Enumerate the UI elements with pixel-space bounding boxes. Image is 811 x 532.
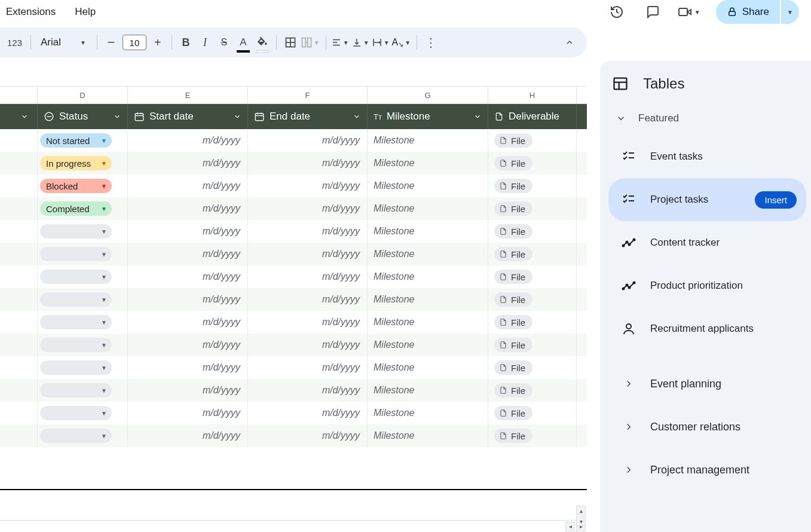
- cell-date[interactable]: m/d/yyyy: [128, 129, 248, 152]
- collapse-toolbar-button[interactable]: [561, 33, 579, 51]
- menu-extensions[interactable]: Extensions: [5, 4, 57, 20]
- comments-icon[interactable]: [642, 1, 663, 23]
- cell-deliverable[interactable]: File: [488, 311, 577, 334]
- file-chip[interactable]: File: [494, 201, 532, 216]
- category-item[interactable]: Project management: [608, 448, 806, 491]
- font-size-decrease[interactable]: −: [102, 33, 120, 51]
- cell-deliverable[interactable]: File: [488, 334, 577, 356]
- cell-date[interactable]: m/d/yyyy: [248, 129, 368, 152]
- field-header-end-date[interactable]: End date: [248, 104, 368, 129]
- status-chip[interactable]: .▼: [40, 429, 112, 443]
- category-item[interactable]: Customer relations: [608, 405, 806, 448]
- cell-date[interactable]: m/d/yyyy: [128, 265, 248, 288]
- cell-status[interactable]: .▼: [38, 402, 128, 424]
- cell-milestone[interactable]: Milestone: [368, 129, 488, 152]
- history-icon[interactable]: [606, 1, 628, 23]
- cell-status[interactable]: .▼: [38, 379, 128, 402]
- text-color-button[interactable]: A: [234, 33, 252, 51]
- cell-date[interactable]: m/d/yyyy: [128, 356, 248, 379]
- cell-date[interactable]: m/d/yyyy: [128, 243, 248, 265]
- row-stub[interactable]: [0, 311, 38, 334]
- cell-milestone[interactable]: Milestone: [368, 152, 488, 175]
- horizontal-align-button[interactable]: ▼: [331, 37, 350, 48]
- cell-milestone[interactable]: Milestone: [368, 356, 488, 379]
- cell-milestone[interactable]: Milestone: [368, 175, 488, 197]
- cell-milestone[interactable]: Milestone: [368, 243, 488, 265]
- insert-button[interactable]: Insert: [755, 191, 797, 209]
- status-chip[interactable]: .▼: [40, 292, 112, 307]
- status-chip[interactable]: .▼: [40, 383, 112, 398]
- row-stub[interactable]: [0, 220, 38, 243]
- cell-milestone[interactable]: Milestone: [368, 288, 488, 311]
- cell-date[interactable]: m/d/yyyy: [128, 402, 248, 424]
- font-size-increase[interactable]: +: [149, 33, 167, 51]
- row-stub[interactable]: [0, 265, 38, 288]
- cell-date[interactable]: m/d/yyyy: [248, 402, 368, 424]
- cell-milestone[interactable]: Milestone: [368, 334, 488, 356]
- cell-date[interactable]: m/d/yyyy: [248, 175, 368, 197]
- borders-button[interactable]: [281, 33, 299, 51]
- cell-status[interactable]: Blocked▼: [38, 175, 128, 197]
- status-chip[interactable]: .▼: [40, 360, 112, 375]
- cell-deliverable[interactable]: File: [488, 152, 577, 175]
- menu-help[interactable]: Help: [74, 4, 97, 20]
- template-item[interactable]: Event tasks: [608, 135, 806, 178]
- row-stub[interactable]: [0, 379, 38, 402]
- cell-date[interactable]: m/d/yyyy: [248, 152, 368, 175]
- cell-date[interactable]: m/d/yyyy: [128, 288, 248, 311]
- italic-button[interactable]: I: [196, 33, 214, 51]
- status-chip[interactable]: .▼: [40, 224, 112, 239]
- cell-status[interactable]: .▼: [38, 220, 128, 243]
- cell-date[interactable]: m/d/yyyy: [248, 265, 368, 288]
- text-wrap-button[interactable]: ▼: [372, 37, 391, 48]
- vertical-scrollbar[interactable]: ▴ ▾: [576, 506, 587, 526]
- file-chip[interactable]: File: [494, 270, 532, 284]
- spreadsheet[interactable]: D E F G H Status Start date: [0, 61, 587, 532]
- cell-deliverable[interactable]: File: [488, 402, 577, 424]
- file-chip[interactable]: File: [494, 224, 532, 239]
- template-item[interactable]: Product prioritization: [608, 264, 806, 307]
- field-header-stub[interactable]: [0, 104, 38, 129]
- col-letter[interactable]: H: [488, 87, 577, 103]
- cell-date[interactable]: m/d/yyyy: [128, 152, 248, 175]
- cell-date[interactable]: m/d/yyyy: [248, 311, 368, 334]
- file-chip[interactable]: File: [494, 338, 532, 352]
- cell-milestone[interactable]: Milestone: [368, 311, 488, 334]
- text-rotation-button[interactable]: A↘ ▼: [392, 37, 412, 48]
- file-chip[interactable]: File: [494, 156, 532, 170]
- row-stub[interactable]: [0, 334, 38, 356]
- cell-date[interactable]: m/d/yyyy: [248, 197, 368, 220]
- cell-status[interactable]: Not started▼: [38, 129, 128, 152]
- cell-date[interactable]: m/d/yyyy: [128, 379, 248, 402]
- scroll-left-icon[interactable]: ◂: [565, 522, 575, 531]
- meet-button[interactable]: ▼: [678, 5, 702, 19]
- cell-status[interactable]: Completed▼: [38, 197, 128, 220]
- bold-button[interactable]: B: [177, 33, 195, 51]
- file-chip[interactable]: File: [494, 292, 532, 307]
- font-size-input[interactable]: 10: [123, 35, 146, 50]
- cell-deliverable[interactable]: File: [488, 243, 577, 265]
- row-stub[interactable]: [0, 129, 38, 152]
- status-chip[interactable]: Blocked▼: [40, 179, 112, 193]
- row-stub[interactable]: [0, 424, 38, 447]
- cell-date[interactable]: m/d/yyyy: [128, 334, 248, 356]
- share-dropdown[interactable]: ▼: [781, 0, 799, 24]
- cell-status[interactable]: .▼: [38, 424, 128, 447]
- cell-deliverable[interactable]: File: [488, 129, 577, 152]
- template-item[interactable]: Project tasksInsert: [608, 178, 806, 221]
- cell-milestone[interactable]: Milestone: [368, 220, 488, 243]
- cell-milestone[interactable]: Milestone: [368, 402, 488, 424]
- cell-deliverable[interactable]: File: [488, 220, 577, 243]
- scroll-up-icon[interactable]: ▴: [576, 506, 586, 515]
- cell-date[interactable]: m/d/yyyy: [248, 288, 368, 311]
- cell-deliverable[interactable]: File: [488, 175, 577, 197]
- status-chip[interactable]: .▼: [40, 247, 112, 261]
- template-item[interactable]: Recruitment applicants: [608, 307, 806, 350]
- col-letter[interactable]: E: [128, 87, 248, 103]
- cell-milestone[interactable]: Milestone: [368, 197, 488, 220]
- featured-section-toggle[interactable]: Featured: [600, 106, 811, 135]
- cell-deliverable[interactable]: File: [488, 197, 577, 220]
- cell-date[interactable]: m/d/yyyy: [128, 197, 248, 220]
- cell-date[interactable]: m/d/yyyy: [128, 220, 248, 243]
- cell-deliverable[interactable]: File: [488, 288, 577, 311]
